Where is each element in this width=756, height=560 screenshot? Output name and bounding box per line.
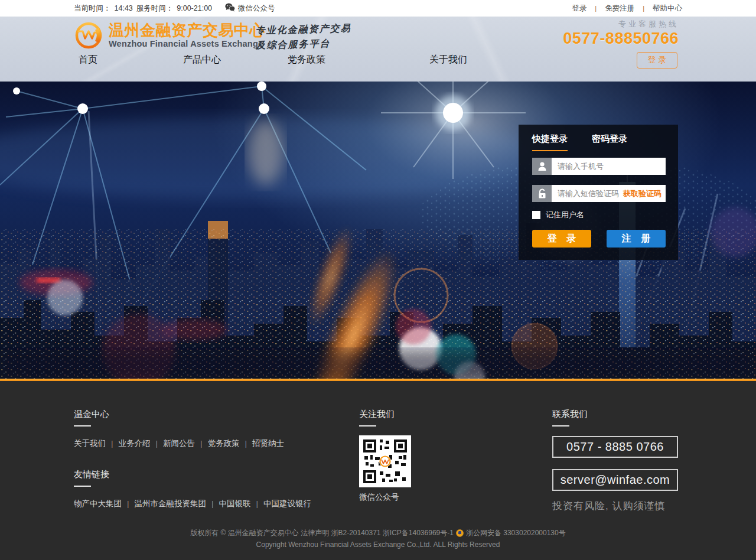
footer-center-title: 温金中心 bbox=[74, 409, 311, 420]
footer-link-careers[interactable]: 招贤纳士 bbox=[252, 439, 284, 448]
site-footer: 温金中心 关于我们|业务介绍|新闻公告|党务政策|招贤纳士 友情链接 物产中大集… bbox=[0, 381, 756, 560]
service-hotline: 专业客服热线 0577-88850766 bbox=[563, 19, 679, 48]
friend-link-wzzd[interactable]: 物产中大集团 bbox=[74, 499, 122, 508]
friend-link-ccb[interactable]: 中国建设银行 bbox=[263, 499, 311, 508]
phone-input-row bbox=[532, 158, 666, 175]
copyright-line-en: Copyright Wenzhou Financial Assets Excha… bbox=[0, 539, 756, 551]
topbar-link-help[interactable]: 帮助中心 bbox=[653, 4, 682, 14]
center-links-row: 关于我们|业务介绍|新闻公告|党务政策|招贤纳士 bbox=[74, 438, 311, 449]
title-underline bbox=[74, 425, 91, 426]
footer-friends-title: 友情链接 bbox=[74, 469, 311, 480]
sms-code-input-row: 获取验证码 bbox=[532, 185, 666, 202]
brand-logo[interactable]: 温州金融资产交易中心 Wenzhou Financial Assets Exch… bbox=[74, 21, 265, 50]
brand-name-cn: 温州金融资产交易中心 bbox=[109, 22, 265, 38]
nav-item-home[interactable]: 首页 bbox=[79, 54, 97, 66]
copyright-text-cn: 版权所有 © 温州金融资产交易中心 法律声明 浙B2-20140371 浙ICP… bbox=[190, 527, 454, 539]
get-code-button[interactable]: 获取验证码 bbox=[623, 185, 662, 202]
title-underline bbox=[552, 425, 569, 426]
qr-caption: 微信公众号 bbox=[359, 492, 411, 503]
friend-link-unionpay[interactable]: 中国银联 bbox=[219, 499, 251, 508]
footer-follow-column: 关注我们 bbox=[359, 409, 411, 503]
copyright-line-cn: 版权所有 © 温州金融资产交易中心 法律声明 浙B2-20140371 浙ICP… bbox=[0, 527, 756, 539]
brand-text: 温州金融资产交易中心 Wenzhou Financial Assets Exch… bbox=[109, 22, 265, 48]
contact-phone-box: 0577 - 8885 0766 bbox=[552, 436, 678, 458]
separator: | bbox=[211, 499, 214, 508]
header-login-button[interactable]: 登 录 bbox=[637, 52, 677, 69]
lock-icon bbox=[532, 185, 552, 202]
slogan-line-2: 及综合服务平台 bbox=[256, 36, 352, 53]
top-utility-bar: 当前时间：14:43 服务时间：9:00-21:00 微信公众号 登录 | 免费… bbox=[0, 0, 756, 17]
footer-link-business[interactable]: 业务介绍 bbox=[119, 439, 151, 448]
service-time-label: 服务时间： bbox=[136, 4, 174, 14]
login-tabs: 快捷登录 密码登录 bbox=[532, 134, 627, 151]
footer-contact-title: 联系我们 bbox=[552, 409, 678, 420]
remember-label: 记住用户名 bbox=[546, 210, 584, 220]
wechat-icon bbox=[225, 3, 235, 14]
tab-password-login[interactable]: 密码登录 bbox=[592, 134, 627, 151]
tab-quick-login[interactable]: 快捷登录 bbox=[532, 134, 568, 151]
friend-links-row: 物产中大集团|温州市金融投资集团|中国银联|中国建设银行 bbox=[74, 499, 311, 509]
topbar-links: 登录 | 免费注册 | 帮助中心 bbox=[572, 4, 682, 14]
police-badge-icon bbox=[456, 529, 464, 537]
hotline-label: 专业客服热线 bbox=[563, 19, 679, 30]
brand-name-en: Wenzhou Financial Assets Exchange bbox=[109, 39, 265, 48]
register-button[interactable]: 注 册 bbox=[607, 230, 666, 248]
topbar-link-register[interactable]: 免费注册 bbox=[605, 4, 634, 14]
login-panel: 快捷登录 密码登录 获取验证码 记住用户名 登 录 注 册 bbox=[519, 125, 678, 260]
separator: | bbox=[245, 439, 247, 448]
service-time-value: 9:00-21:00 bbox=[177, 4, 212, 12]
wechat-qr-code bbox=[359, 435, 411, 487]
separator: | bbox=[595, 5, 597, 12]
remember-checkbox[interactable] bbox=[532, 211, 540, 219]
current-time-value: 14:43 bbox=[115, 4, 133, 12]
separator: | bbox=[156, 439, 158, 448]
logo-wf-icon bbox=[74, 21, 103, 50]
remember-username[interactable]: 记住用户名 bbox=[532, 210, 584, 220]
topbar-link-login[interactable]: 登录 bbox=[572, 4, 586, 14]
brand-slogan: 专业化金融资产交易 及综合服务平台 bbox=[255, 21, 351, 53]
main-nav: 首页 产品中心 党务政策 关于我们 bbox=[79, 54, 467, 66]
hotline-number: 0577-88850766 bbox=[563, 30, 679, 48]
separator: | bbox=[111, 439, 113, 448]
nav-item-party-policy[interactable]: 党务政策 bbox=[288, 54, 325, 66]
separator: | bbox=[127, 499, 129, 508]
copyright-block: 版权所有 © 温州金融资产交易中心 法律声明 浙B2-20140371 浙ICP… bbox=[0, 527, 756, 551]
slogan-line-1: 专业化金融资产交易 bbox=[255, 21, 351, 38]
footer-follow-title: 关注我们 bbox=[359, 409, 411, 420]
title-underline bbox=[74, 486, 91, 487]
phone-input[interactable] bbox=[552, 158, 666, 175]
wechat-label: 微信公众号 bbox=[238, 4, 275, 14]
security-record-link[interactable]: 浙公网安备 33030202000130号 bbox=[466, 527, 566, 539]
friend-link-wzjr[interactable]: 温州市金融投资集团 bbox=[135, 499, 207, 508]
footer-link-party[interactable]: 党务政策 bbox=[208, 439, 240, 448]
footer-contact-column: 联系我们 0577 - 8885 0766 server@winfae.com … bbox=[552, 409, 678, 513]
separator: | bbox=[256, 499, 259, 508]
footer-links-column: 温金中心 关于我们|业务介绍|新闻公告|党务政策|招贤纳士 友情链接 物产中大集… bbox=[74, 409, 311, 509]
phone-field-wrap bbox=[552, 158, 666, 175]
risk-notice: 投资有风险, 认购须谨慎 bbox=[552, 499, 678, 513]
contact-email-box: server@winfae.com bbox=[552, 469, 678, 491]
friend-links-block: 友情链接 物产中大集团|温州市金融投资集团|中国银联|中国建设银行 bbox=[74, 469, 311, 509]
login-submit-button[interactable]: 登 录 bbox=[532, 230, 591, 248]
title-underline bbox=[359, 425, 376, 426]
sms-code-field-wrap: 获取验证码 bbox=[552, 185, 666, 202]
current-time-label: 当前时间： bbox=[74, 4, 111, 14]
separator: | bbox=[643, 5, 644, 12]
footer-link-news[interactable]: 新闻公告 bbox=[163, 439, 195, 448]
footer-link-about[interactable]: 关于我们 bbox=[74, 439, 106, 448]
hero-banner: 快捷登录 密码登录 获取验证码 记住用户名 登 录 注 册 bbox=[0, 82, 756, 379]
site-header: 温州金融资产交易中心 Wenzhou Financial Assets Exch… bbox=[0, 17, 756, 82]
time-info: 当前时间：14:43 服务时间：9:00-21:00 bbox=[74, 4, 212, 14]
nav-item-products[interactable]: 产品中心 bbox=[183, 54, 221, 66]
nav-item-about[interactable]: 关于我们 bbox=[429, 54, 467, 66]
wechat-public-account[interactable]: 微信公众号 bbox=[225, 3, 275, 14]
user-icon bbox=[532, 158, 552, 175]
separator: | bbox=[200, 439, 203, 448]
